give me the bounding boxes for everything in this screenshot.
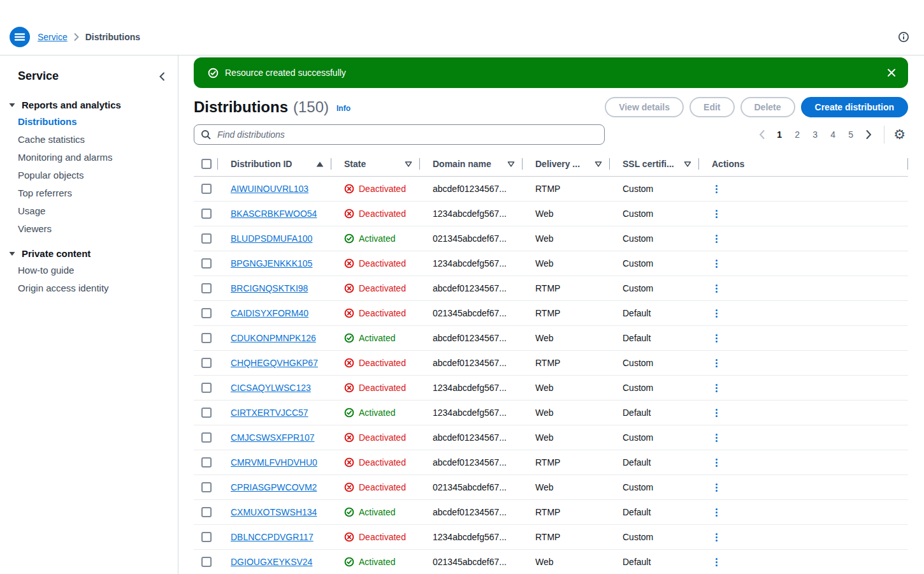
page-number-1[interactable]: 1 (770, 126, 788, 144)
distribution-id-link[interactable]: CHQHEGQVHGKP67 (231, 358, 318, 368)
page-number-4[interactable]: 4 (824, 126, 842, 144)
row-actions-button[interactable] (712, 182, 721, 196)
column-header-domain-name[interactable]: Domain name (420, 152, 523, 176)
status-activated-icon (344, 333, 354, 343)
row-actions-button[interactable] (712, 257, 721, 270)
row-checkbox[interactable] (201, 233, 212, 244)
sidebar-item-distributions[interactable]: Distributions (18, 113, 166, 131)
row-actions-button[interactable] (712, 307, 721, 320)
row-actions-button[interactable] (712, 431, 721, 445)
row-actions-button[interactable] (712, 282, 721, 295)
distribution-id-link[interactable]: CIRTXERTVJCC57 (231, 408, 308, 418)
row-actions-button[interactable] (712, 332, 721, 345)
toolbar-divider (884, 126, 884, 144)
breadcrumb-service-link[interactable]: Service (38, 32, 68, 42)
row-actions-button[interactable] (712, 207, 721, 221)
distribution-id-link[interactable]: DGIOUGXEYKSV24 (231, 557, 312, 567)
sidebar-item-cache-statistics[interactable]: Cache statistics (18, 131, 166, 149)
column-header-distribution-id[interactable]: Distribution ID (218, 152, 331, 176)
search-input[interactable] (216, 129, 604, 140)
distribution-id-link[interactable]: CPRIASGPWCOVM2 (231, 482, 317, 492)
ssl-certificate-cell: Custom (610, 532, 699, 542)
delivery-method-cell: Web (523, 258, 610, 269)
section-header-reports-and-analytics[interactable]: Reports and analytics (9, 99, 166, 110)
row-actions-button[interactable] (712, 456, 721, 469)
delete-button[interactable]: Delete (740, 97, 795, 117)
delivery-method-cell: Web (523, 557, 610, 567)
distribution-id-link[interactable]: AIWUINOUVRL103 (231, 184, 308, 194)
row-checkbox[interactable] (201, 333, 212, 343)
distribution-id-link[interactable]: CAIDISYXFORM40 (231, 308, 308, 318)
section-header-private-content[interactable]: Private content (9, 248, 166, 259)
sidebar-item-usage[interactable]: Usage (18, 202, 166, 220)
sidebar-item-top-referrers[interactable]: Top referrers (18, 184, 166, 202)
distribution-id-link[interactable]: CMRVMLFVHDVHU0 (231, 457, 317, 467)
row-actions-button[interactable] (712, 506, 721, 519)
row-checkbox[interactable] (201, 383, 212, 393)
distribution-id-link[interactable]: BKASCRBKFWOO54 (231, 209, 317, 219)
row-checkbox[interactable] (201, 432, 212, 443)
menu-button[interactable] (10, 27, 30, 47)
sidebar-section: Private contentHow-to guideOrigin access… (18, 248, 166, 297)
distribution-id-link[interactable]: CICSAQYLWSC123 (231, 383, 311, 393)
row-checkbox[interactable] (201, 308, 212, 318)
row-checkbox[interactable] (201, 408, 212, 418)
distribution-id-link[interactable]: BPGNGJENKKK105 (231, 258, 312, 269)
row-checkbox[interactable] (201, 209, 212, 219)
row-checkbox[interactable] (201, 258, 212, 269)
row-actions-button[interactable] (712, 381, 721, 395)
sidebar-collapse-button[interactable] (157, 71, 166, 82)
ssl-certificate-cell: Default (610, 408, 699, 418)
page-number-3[interactable]: 3 (806, 126, 824, 144)
row-actions-button[interactable] (712, 406, 721, 420)
page-number-5[interactable]: 5 (842, 126, 860, 144)
resource-count: (150) (293, 98, 329, 116)
preferences-gear-button[interactable]: ⚙ (891, 128, 908, 142)
distribution-id-link[interactable]: CDUKONPMNPK126 (231, 333, 316, 343)
row-checkbox[interactable] (201, 283, 212, 293)
row-checkbox[interactable] (201, 457, 212, 467)
column-header-delivery-method[interactable]: Delivery ... (523, 152, 610, 176)
view-details-button[interactable]: View details (605, 97, 684, 117)
delivery-method-cell: Web (523, 333, 610, 343)
sidebar-item-how-to-guide[interactable]: How-to guide (18, 261, 166, 279)
distribution-id-link[interactable]: CXMUXOTSWSH134 (231, 507, 317, 517)
delivery-method-cell: Web (523, 383, 610, 393)
distribution-id-link[interactable]: CMJCSWSXFPR107 (231, 432, 314, 443)
previous-page-button[interactable] (753, 126, 770, 144)
sidebar-item-monitoring-and-alarms[interactable]: Monitoring and alarms (18, 149, 166, 166)
row-checkbox[interactable] (201, 557, 212, 567)
sidebar-item-popular-objects[interactable]: Popular objects (18, 166, 166, 184)
row-actions-button[interactable] (712, 531, 721, 544)
select-all-checkbox[interactable] (201, 159, 212, 169)
state-label: Activated (359, 333, 396, 343)
distribution-id-link[interactable]: DBLNCCPDVGR117 (231, 532, 314, 542)
row-actions-button[interactable] (712, 232, 721, 246)
row-actions-button[interactable] (712, 556, 721, 569)
next-page-button[interactable] (860, 126, 877, 144)
column-header-state[interactable]: State (331, 152, 420, 176)
sidebar-item-origin-access-identity[interactable]: Origin access identity (18, 279, 166, 297)
row-checkbox[interactable] (201, 358, 212, 368)
edit-button[interactable]: Edit (689, 97, 734, 117)
flash-close-button[interactable] (881, 63, 902, 83)
info-panel-button[interactable] (898, 31, 909, 43)
row-checkbox[interactable] (201, 532, 212, 542)
sidebar-item-viewers[interactable]: Viewers (18, 220, 166, 238)
row-checkbox[interactable] (201, 507, 212, 517)
table-row: CIRTXERTVJCC57Activated1234abcdefg567...… (194, 401, 908, 425)
table-row: CMRVMLFVHDVHU0Deactivatedabcdef01234567.… (194, 450, 908, 475)
row-checkbox[interactable] (201, 482, 212, 492)
distribution-id-link[interactable]: BLUDPSDMUFA100 (231, 233, 312, 244)
info-link[interactable]: Info (336, 104, 350, 113)
row-checkbox[interactable] (201, 184, 212, 194)
create-distribution-button[interactable]: Create distribution (801, 97, 908, 117)
column-header-ssl-certificate[interactable]: SSL certifi... (610, 152, 699, 176)
row-actions-button[interactable] (712, 357, 721, 370)
page-number-2[interactable]: 2 (788, 126, 806, 144)
row-actions-button[interactable] (712, 481, 721, 494)
distribution-id-link[interactable]: BRCIGNQSKTKI98 (231, 283, 308, 293)
sort-ascending-icon (316, 161, 324, 167)
breadcrumb-current: Distributions (85, 32, 140, 42)
ssl-certificate-cell: Custom (610, 184, 699, 194)
